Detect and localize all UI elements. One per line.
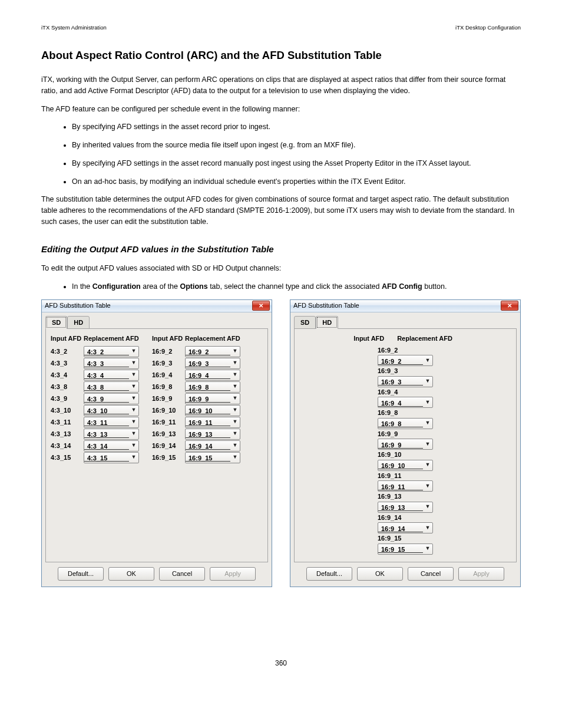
replacement-afd-select[interactable]: 4:3_14▼ <box>84 440 139 452</box>
select-value: 4:3_9 <box>84 394 129 403</box>
txt-bold: Options <box>180 282 207 291</box>
tab-hd[interactable]: HD <box>316 316 338 330</box>
replacement-afd-select[interactable]: 16:9_13▼ <box>378 502 433 513</box>
replacement-afd-select[interactable]: 4:3_13▼ <box>84 429 139 440</box>
afd-row: 4:3_134:3_13▼ <box>51 428 139 440</box>
close-icon: ✕ <box>259 301 263 310</box>
sub-intro: To edit the output AFD values associated… <box>41 263 521 274</box>
input-afd-label: 16:9_10 <box>152 406 185 416</box>
replacement-afd-select[interactable]: 4:3_11▼ <box>84 417 139 428</box>
replacement-afd-select[interactable]: 16:9_10▼ <box>378 460 433 471</box>
afd-dialog-hd: AFD Substitution Table ✕ SD HD Input AFD… <box>290 299 521 587</box>
afd-row: 16:9_1416:9_14▼ <box>378 513 433 534</box>
select-value: 16:9_2 <box>186 347 230 355</box>
replacement-afd-select[interactable]: 4:3_15▼ <box>84 452 139 463</box>
input-afd-label: 16:9_11 <box>378 472 401 479</box>
chevron-down-icon: ▼ <box>423 440 432 449</box>
replacement-afd-select[interactable]: 4:3_4▼ <box>84 370 139 381</box>
chevron-down-icon: ▼ <box>423 545 432 553</box>
replacement-afd-select[interactable]: 16:9_2▼ <box>378 355 433 366</box>
select-value: 16:9_13 <box>186 430 230 438</box>
select-value: 16:9_11 <box>378 482 423 490</box>
replacement-afd-select[interactable]: 16:9_3▼ <box>185 358 240 369</box>
apply-button[interactable]: Apply <box>210 567 256 581</box>
input-afd-label: 16:9_3 <box>152 358 185 368</box>
input-afd-label: 16:9_3 <box>378 367 398 374</box>
replacement-afd-select[interactable]: 16:9_9▼ <box>185 393 240 404</box>
apply-button[interactable]: Apply <box>458 567 504 581</box>
select-value: 4:3_15 <box>84 453 129 462</box>
replacement-afd-select[interactable]: 16:9_15▼ <box>185 452 240 463</box>
chevron-down-icon: ▼ <box>230 371 240 379</box>
replacement-afd-select[interactable]: 4:3_8▼ <box>84 381 139 393</box>
replacement-afd-select[interactable]: 16:9_2▼ <box>185 346 240 357</box>
col-header-input: Input AFD <box>152 334 185 345</box>
ok-button[interactable]: OK <box>108 567 154 581</box>
afd-row: 16:9_1316:9_13▼ <box>378 492 433 513</box>
input-afd-label: 4:3_4 <box>51 370 84 380</box>
replacement-afd-select[interactable]: 4:3_10▼ <box>84 405 139 416</box>
replacement-afd-select[interactable]: 4:3_2▼ <box>84 346 139 357</box>
input-afd-label: 16:9_15 <box>152 453 185 463</box>
chevron-down-icon: ▼ <box>230 418 240 426</box>
replacement-afd-select[interactable]: 16:9_4▼ <box>185 370 240 381</box>
tab-sd[interactable]: SD <box>45 316 67 330</box>
input-afd-label: 16:9_11 <box>152 417 185 427</box>
replacement-afd-select[interactable]: 16:9_8▼ <box>185 381 240 393</box>
select-value: 16:9_8 <box>378 419 423 427</box>
chevron-down-icon: ▼ <box>129 359 138 367</box>
replacement-afd-select[interactable]: 4:3_9▼ <box>84 393 139 404</box>
select-value: 16:9_14 <box>378 524 423 532</box>
tabpanel-sd: Input AFD Replacement AFD 4:3_24:3_2▼4:3… <box>45 328 268 562</box>
replacement-afd-select[interactable]: 16:9_13▼ <box>185 429 240 440</box>
replacement-afd-select[interactable]: 16:9_4▼ <box>378 397 433 408</box>
select-value: 4:3_3 <box>84 359 129 367</box>
default-button[interactable]: Default... <box>306 567 352 581</box>
chevron-down-icon: ▼ <box>129 347 138 355</box>
ok-button[interactable]: OK <box>357 567 403 581</box>
default-button[interactable]: Default... <box>58 567 104 581</box>
afd-row: 4:3_104:3_10▼ <box>51 404 139 416</box>
cancel-button[interactable]: Cancel <box>159 567 205 581</box>
tabpanel-hd: Input AFD Replacement AFD 16:9_216:9_2▼1… <box>294 328 517 562</box>
close-button[interactable]: ✕ <box>252 301 270 311</box>
replacement-afd-select[interactable]: 16:9_8▼ <box>378 418 433 429</box>
afd-row: 4:3_44:3_4▼ <box>51 369 139 381</box>
select-value: 4:3_11 <box>84 418 129 426</box>
chevron-down-icon: ▼ <box>423 419 432 427</box>
tab-sd[interactable]: SD <box>294 316 316 330</box>
select-value: 4:3_10 <box>84 406 129 414</box>
input-afd-label: 16:9_4 <box>152 370 185 380</box>
replacement-afd-select[interactable]: 16:9_10▼ <box>185 405 240 416</box>
select-value: 16:9_13 <box>378 503 423 511</box>
replacement-afd-select[interactable]: 16:9_14▼ <box>378 522 433 533</box>
cancel-button[interactable]: Cancel <box>408 567 454 581</box>
input-afd-label: 16:9_9 <box>378 430 398 437</box>
afd-row: 16:9_416:9_4▼ <box>378 387 433 409</box>
chevron-down-icon: ▼ <box>129 442 138 450</box>
replacement-afd-select[interactable]: 16:9_9▼ <box>378 439 433 450</box>
close-button[interactable]: ✕ <box>501 301 518 311</box>
afd-row: 4:3_144:3_14▼ <box>51 440 139 452</box>
chevron-down-icon: ▼ <box>423 503 432 511</box>
afd-row: 16:9_316:9_3▼ <box>152 357 240 369</box>
afd-row: 16:9_216:9_2▼ <box>152 345 240 357</box>
replacement-afd-select[interactable]: 16:9_15▼ <box>378 543 433 555</box>
txt: tab, select the channel type and click t… <box>210 282 379 291</box>
replacement-afd-select[interactable]: 16:9_3▼ <box>378 376 433 387</box>
replacement-afd-select[interactable]: 4:3_3▼ <box>84 358 139 369</box>
replacement-afd-select[interactable]: 16:9_11▼ <box>378 480 433 492</box>
doc-header-left: iTX System Administration <box>41 24 107 32</box>
afd-row: 16:9_816:9_8▼ <box>378 408 433 429</box>
replacement-afd-select[interactable]: 16:9_11▼ <box>185 417 240 428</box>
input-afd-label: 16:9_15 <box>378 535 401 542</box>
page-title: About Aspect Ratio Control (ARC) and the… <box>41 47 521 64</box>
step-list: In the Configuration area of the Options… <box>41 281 521 292</box>
chevron-down-icon: ▼ <box>129 383 138 391</box>
txt: area of the <box>143 282 178 291</box>
tab-hd[interactable]: HD <box>67 316 90 330</box>
input-afd-label: 4:3_14 <box>51 441 84 451</box>
input-afd-label: 16:9_14 <box>152 441 185 451</box>
replacement-afd-select[interactable]: 16:9_14▼ <box>185 440 240 452</box>
step-1: In the Configuration area of the Options… <box>72 281 521 292</box>
